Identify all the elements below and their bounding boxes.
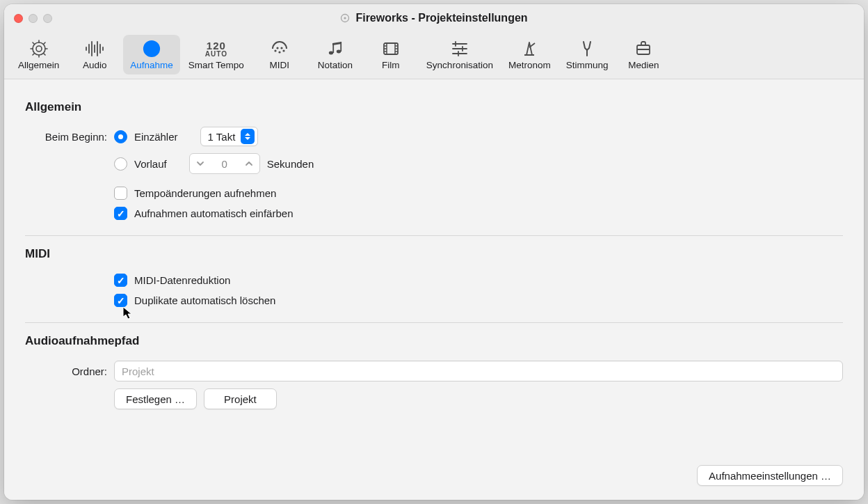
tab-tuning[interactable]: Stimmung bbox=[559, 35, 616, 74]
svg-line-11 bbox=[44, 42, 45, 44]
window-controls bbox=[14, 14, 52, 23]
svg-line-8 bbox=[33, 42, 34, 44]
svg-point-26 bbox=[329, 52, 333, 55]
auto-color-takes-checkbox[interactable] bbox=[114, 207, 127, 220]
section-heading-general: Allgemein bbox=[25, 100, 843, 114]
close-window-button[interactable] bbox=[14, 14, 23, 23]
metronome-icon bbox=[520, 39, 539, 58]
tab-media[interactable]: Medien bbox=[616, 35, 670, 74]
app-icon bbox=[340, 13, 350, 23]
svg-point-24 bbox=[276, 47, 278, 49]
tab-label: MIDI bbox=[270, 60, 290, 70]
tab-label: Aufnahme bbox=[130, 60, 173, 70]
project-folder-button[interactable]: Projekt bbox=[204, 388, 277, 409]
midi-icon bbox=[270, 39, 289, 58]
midi-data-reduction-label: MIDI-Datenreduktion bbox=[134, 274, 230, 286]
tab-film[interactable]: Film bbox=[364, 35, 418, 74]
folder-label: Ordner: bbox=[25, 365, 114, 377]
svg-line-10 bbox=[33, 54, 34, 55]
record-tempo-changes-checkbox[interactable] bbox=[114, 187, 127, 200]
folder-path-field[interactable]: Projekt bbox=[114, 361, 843, 381]
tab-label: Stimmung bbox=[566, 60, 609, 70]
svg-point-23 bbox=[282, 49, 284, 52]
preroll-label: Vorlauf bbox=[134, 158, 167, 170]
svg-line-9 bbox=[44, 54, 45, 55]
recording-settings-button[interactable]: Aufnahmeeinstellungen … bbox=[697, 465, 843, 486]
record-icon bbox=[142, 39, 161, 58]
countin-value: 1 Takt bbox=[208, 131, 236, 143]
tab-sync[interactable]: Synchronisation bbox=[419, 35, 500, 74]
section-divider bbox=[25, 322, 843, 323]
tab-label: Medien bbox=[628, 60, 659, 70]
countin-label: Einzähler bbox=[134, 131, 178, 143]
titlebar: Fireworks - Projekteinstellungen bbox=[4, 4, 864, 32]
gear-icon bbox=[29, 39, 49, 58]
smart-tempo-icon: 120 AUTO bbox=[205, 39, 227, 58]
tab-label: Allgemein bbox=[18, 60, 59, 70]
tab-recording[interactable]: Aufnahme bbox=[123, 35, 180, 74]
section-heading-path: Audioaufnahmepfad bbox=[25, 334, 843, 348]
countin-bars-popup[interactable]: 1 Takt bbox=[200, 127, 259, 146]
countin-radio[interactable] bbox=[114, 130, 127, 143]
auto-delete-duplicates-checkbox[interactable] bbox=[114, 294, 127, 307]
section-heading-midi: MIDI bbox=[25, 247, 843, 261]
tab-label: Synchronisation bbox=[426, 60, 493, 70]
stepper-up-icon[interactable] bbox=[239, 159, 259, 168]
auto-delete-duplicates-label: Duplikate automatisch löschen bbox=[134, 294, 275, 306]
svg-point-25 bbox=[280, 47, 282, 49]
midi-data-reduction-checkbox[interactable] bbox=[114, 274, 127, 287]
content-area: Allgemein Beim Beginn: Einzähler 1 Takt … bbox=[4, 79, 864, 500]
preroll-value: 0 bbox=[211, 158, 239, 170]
tab-notation[interactable]: Notation bbox=[308, 35, 362, 74]
tab-label: Metronom bbox=[508, 60, 551, 70]
maximize-window-button[interactable] bbox=[43, 14, 52, 23]
svg-point-20 bbox=[148, 45, 155, 52]
settings-window: Fireworks - Projekteinstellungen Allgeme… bbox=[4, 4, 864, 500]
svg-point-3 bbox=[33, 42, 45, 55]
tab-label: Audio bbox=[83, 60, 107, 70]
tuning-fork-icon bbox=[577, 39, 597, 58]
svg-point-22 bbox=[278, 51, 280, 53]
record-tempo-changes-label: Tempoänderungen aufnehmen bbox=[134, 187, 276, 199]
notes-icon bbox=[326, 39, 345, 58]
film-icon bbox=[381, 39, 401, 58]
tab-label: Notation bbox=[318, 60, 353, 70]
tab-midi[interactable]: MIDI bbox=[252, 35, 307, 74]
window-title: Fireworks - Projekteinstellungen bbox=[340, 12, 527, 24]
preroll-unit: Sekunden bbox=[267, 158, 314, 170]
tab-label: Smart Tempo bbox=[188, 60, 244, 70]
tab-general[interactable]: Allgemein bbox=[11, 35, 66, 74]
sync-icon bbox=[450, 39, 469, 58]
popup-arrows-icon bbox=[241, 129, 255, 144]
minimize-window-button[interactable] bbox=[29, 14, 38, 23]
section-divider bbox=[25, 235, 843, 236]
waveform-icon bbox=[84, 39, 105, 58]
stepper-down-icon[interactable] bbox=[190, 159, 211, 168]
briefcase-icon bbox=[634, 39, 653, 58]
tab-metronome[interactable]: Metronom bbox=[501, 35, 558, 74]
tab-smart-tempo[interactable]: 120 AUTO Smart Tempo bbox=[182, 35, 251, 74]
svg-point-27 bbox=[337, 50, 341, 54]
preroll-radio[interactable] bbox=[114, 157, 127, 171]
mouse-cursor-icon bbox=[122, 306, 134, 320]
tab-toolbar: Allgemein Audio Aufnahme 120 AUTO Smart … bbox=[4, 32, 864, 79]
tab-label: Film bbox=[382, 60, 400, 70]
folder-path-value: Projekt bbox=[122, 365, 154, 377]
start-label: Beim Beginn: bbox=[25, 131, 114, 143]
tab-audio[interactable]: Audio bbox=[67, 35, 122, 74]
svg-point-2 bbox=[36, 46, 42, 52]
svg-point-21 bbox=[274, 49, 276, 52]
svg-point-1 bbox=[344, 17, 346, 19]
preroll-seconds-stepper[interactable]: 0 bbox=[189, 153, 260, 174]
auto-color-takes-label: Aufnahmen automatisch einfärben bbox=[134, 207, 293, 219]
window-title-text: Fireworks - Projekteinstellungen bbox=[355, 12, 527, 24]
set-folder-button[interactable]: Festlegen … bbox=[114, 388, 197, 409]
